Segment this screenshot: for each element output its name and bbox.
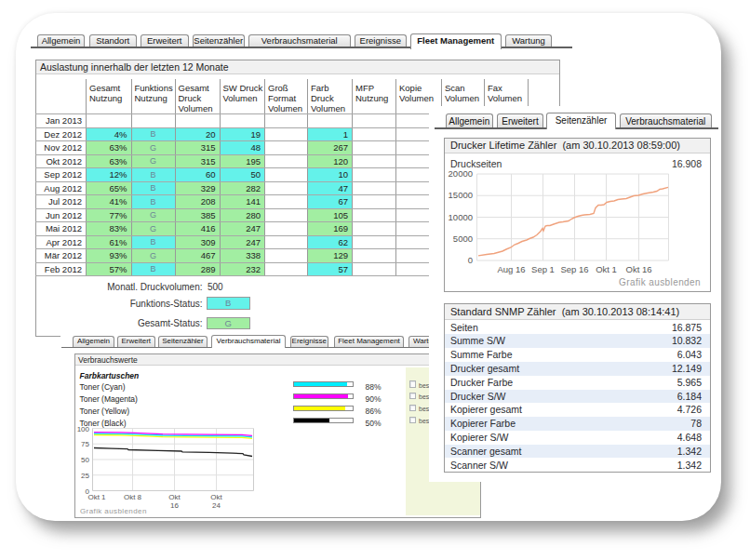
svg-text:Sep 1: Sep 1 [531, 264, 555, 274]
svg-text:Okt: Okt [210, 493, 222, 501]
svg-text:0: 0 [468, 255, 473, 265]
svg-text:25: 25 [81, 472, 89, 480]
svg-text:Okt 16: Okt 16 [626, 264, 652, 274]
svg-text:Sep 16: Sep 16 [560, 264, 588, 274]
svg-text:Okt 1: Okt 1 [596, 264, 617, 274]
svg-text:Okt 8: Okt 8 [123, 493, 141, 501]
svg-text:20000: 20000 [449, 168, 473, 179]
svg-text:50: 50 [81, 456, 89, 464]
svg-text:24: 24 [212, 501, 221, 510]
svg-text:16: 16 [170, 501, 179, 510]
svg-text:100: 100 [76, 425, 89, 433]
svg-text:75: 75 [81, 440, 89, 448]
svg-text:Aug 16: Aug 16 [497, 264, 525, 274]
svg-text:Okt 1: Okt 1 [87, 493, 106, 501]
svg-text:15000: 15000 [449, 190, 473, 200]
svg-text:10000: 10000 [449, 212, 473, 222]
svg-text:Okt: Okt [168, 493, 181, 501]
svg-text:5000: 5000 [453, 233, 473, 244]
